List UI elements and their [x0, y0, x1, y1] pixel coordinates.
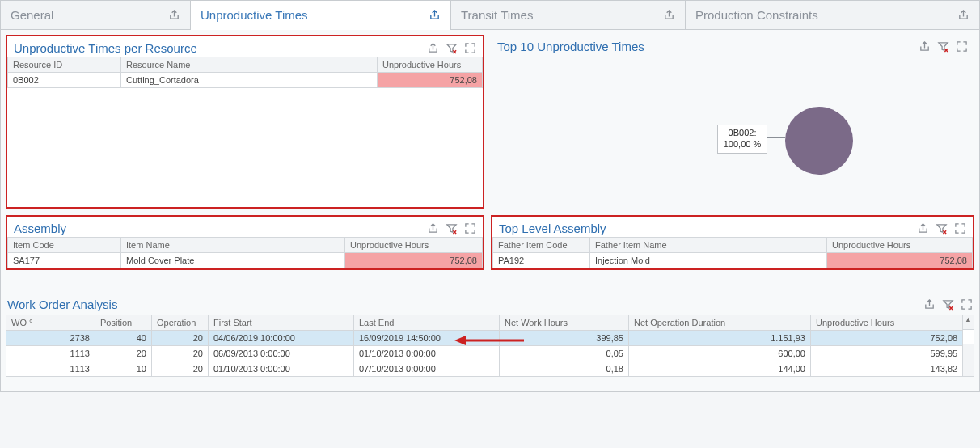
cell-pos: 20 [95, 346, 152, 361]
column-header[interactable]: Father Item Name [590, 238, 827, 253]
scrollbar-vertical[interactable]: ▲ [963, 315, 974, 377]
panel-top-level-assembly: Top Level Assembly Father Item Code Fath… [491, 215, 974, 270]
tab-production-constraints[interactable]: Production Constraints [686, 1, 979, 29]
app-container: General Unproductive Times Transit Times… [0, 0, 980, 392]
expand-icon[interactable] [956, 40, 968, 53]
panel-title: Top 10 Unproductive Times [497, 40, 644, 53]
export-icon[interactable] [917, 222, 929, 235]
tab-label: Transit Times [461, 8, 533, 22]
column-header[interactable]: Net Work Hours [500, 315, 629, 331]
column-header[interactable]: Resource ID [8, 57, 121, 73]
cell-op: 20 [152, 346, 209, 361]
export-icon[interactable] [923, 298, 936, 311]
export-icon[interactable] [957, 9, 969, 21]
cell-op: 20 [152, 361, 209, 377]
cell-wo: 1113 [6, 361, 95, 377]
export-icon[interactable] [168, 9, 180, 21]
panel-title: Unproductive Times per Resource [14, 41, 197, 55]
table-row[interactable]: PA192 Injection Mold 752,08 [493, 253, 973, 268]
export-icon[interactable] [429, 9, 441, 21]
column-header[interactable]: Net Operation Duration [629, 315, 811, 331]
expand-icon[interactable] [961, 298, 973, 311]
cell-last-end: 01/10/2013 0:00:00 [354, 346, 500, 361]
table-row[interactable]: 0B002 Cutting_Cortadora 752,08 [8, 73, 483, 88]
cell-first-start: 06/09/2013 0:00:00 [209, 346, 354, 361]
expand-icon[interactable] [954, 222, 966, 235]
column-header[interactable]: Resource Name [121, 57, 378, 73]
column-header[interactable]: Position [95, 315, 152, 331]
tab-label: Unproductive Times [201, 8, 308, 22]
cell-wo: 2738 [6, 331, 95, 346]
cell-nod: 1.151,93 [629, 331, 811, 346]
cell-wo: 1113 [6, 346, 95, 361]
tab-unproductive-times[interactable]: Unproductive Times [191, 1, 451, 29]
cell-uh: 752,08 [811, 331, 963, 346]
cell-first-start: 04/06/2019 10:00:00 [209, 331, 354, 346]
panel-title: Assembly [14, 222, 66, 235]
panel-top10-unproductive: Top 10 Unproductive Times 0B002:100,00 % [491, 35, 974, 209]
cell-resource-name: Cutting_Cortadora [121, 73, 378, 88]
table-row[interactable]: 2738 40 20 04/06/2019 10:00:00 16/09/201… [6, 331, 963, 346]
expand-icon[interactable] [464, 222, 476, 235]
label-connector [767, 137, 785, 138]
cell-hours: 752,08 [345, 253, 483, 268]
cell-nwh: 0,18 [500, 361, 629, 377]
column-header[interactable]: WO ° [6, 315, 95, 331]
column-header[interactable]: Father Item Code [493, 238, 590, 253]
cell-nwh: 0,05 [500, 346, 629, 361]
cell-item-name: Mold Cover Plate [121, 253, 345, 268]
panel-title: Work Order Analysis [7, 298, 117, 311]
column-header[interactable]: Item Code [8, 238, 121, 253]
cell-nod: 600,00 [629, 346, 811, 361]
filter-icon[interactable] [942, 298, 954, 311]
column-header[interactable]: Operation [152, 315, 209, 331]
cell-nwh: 399,85 [500, 331, 629, 346]
column-header[interactable]: Unproductive Hours [345, 238, 483, 253]
tab-label: Production Constraints [695, 8, 818, 22]
tab-general[interactable]: General [1, 1, 191, 29]
cell-father-name: Injection Mold [590, 253, 827, 268]
export-icon[interactable] [919, 40, 931, 53]
cell-uh: 143,82 [811, 361, 963, 377]
cell-pos: 40 [95, 331, 152, 346]
column-header[interactable]: Unproductive Hours [811, 315, 963, 331]
column-header[interactable]: Unproductive Hours [378, 57, 483, 73]
column-header[interactable]: Last End [354, 315, 500, 331]
cell-hours: 752,08 [827, 253, 973, 268]
pie-slice-label: 0B002:100,00 % [717, 125, 767, 154]
column-header[interactable]: First Start [209, 315, 354, 331]
table-row[interactable]: 1113 20 20 06/09/2013 0:00:00 01/10/2013… [6, 346, 963, 361]
cell-last-end: 07/10/2013 0:00:00 [354, 361, 500, 377]
panel-unproductive-per-resource: Unproductive Times per Resource Resource… [6, 35, 484, 209]
scroll-thumb[interactable] [963, 330, 974, 344]
export-icon[interactable] [427, 42, 439, 54]
export-icon[interactable] [663, 9, 675, 21]
cell-item-code: SA177 [8, 253, 121, 268]
filter-icon[interactable] [937, 40, 949, 53]
cell-op: 20 [152, 331, 209, 346]
pie-chart: 0B002:100,00 % [491, 55, 974, 209]
panel-assembly: Assembly Item Code Item Name Unproductiv… [6, 215, 484, 270]
filter-icon[interactable] [936, 222, 948, 235]
panel-title: Top Level Assembly [499, 222, 606, 235]
table-row[interactable]: 1113 10 20 01/10/2013 0:00:00 07/10/2013… [6, 361, 963, 377]
filter-icon[interactable] [446, 42, 458, 54]
table-top-level-assembly: Father Item Code Father Item Name Unprod… [492, 237, 973, 268]
filter-icon[interactable] [446, 222, 458, 235]
cell-resource-id: 0B002 [8, 73, 121, 88]
table-unproductive-per-resource: Resource ID Resource Name Unproductive H… [7, 57, 483, 88]
expand-icon[interactable] [464, 42, 476, 54]
cell-nod: 144,00 [629, 361, 811, 377]
tab-transit-times[interactable]: Transit Times [451, 1, 686, 29]
cell-first-start: 01/10/2013 0:00:00 [209, 361, 354, 377]
cell-father-code: PA192 [493, 253, 590, 268]
column-header[interactable]: Item Name [121, 238, 345, 253]
table-work-order-analysis: WO ° Position Operation First Start Last… [6, 315, 963, 377]
scroll-up-icon[interactable]: ▲ [963, 315, 974, 330]
pie-slice[interactable] [785, 107, 853, 175]
cell-hours: 752,08 [378, 73, 483, 88]
table-row[interactable]: SA177 Mold Cover Plate 752,08 [8, 253, 483, 268]
export-icon[interactable] [427, 222, 439, 235]
tab-label: General [11, 8, 53, 22]
column-header[interactable]: Unproductive Hours [827, 238, 973, 253]
